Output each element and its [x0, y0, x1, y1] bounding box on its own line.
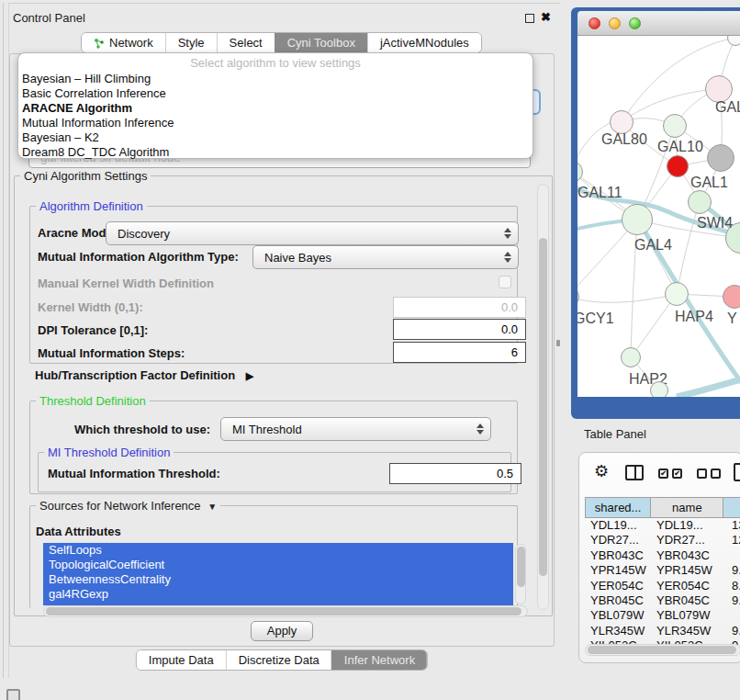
scrollbar-thumb[interactable]	[46, 607, 521, 615]
table-row[interactable]: YLR345W YLR345W 9.	[585, 624, 740, 638]
mi-algorithm-type-value: Naive Bayes	[264, 251, 331, 265]
manual-kernel-width-checkbox[interactable]	[499, 276, 511, 288]
algorithm-option[interactable]: Dream8 DC_TDC Algorithm	[18, 145, 533, 160]
tab-select[interactable]: Select	[217, 33, 275, 52]
tab-discretize-data-label: Discretize Data	[239, 653, 320, 667]
cyni-bottom-tabbar: Impute Data Discretize Data Infer Networ…	[136, 649, 428, 671]
tab-jactivemnodules[interactable]: jActiveMNodules	[367, 33, 481, 52]
network-node[interactable]	[688, 190, 712, 214]
close-icon[interactable]: ✖	[541, 10, 551, 24]
column-header-partial[interactable]	[723, 498, 740, 517]
cell-value	[724, 548, 740, 563]
mi-algorithm-type-combobox[interactable]: Naive Bayes	[252, 245, 519, 269]
tab-cyni-toolbox-label: Cyni Toolbox	[287, 36, 355, 50]
network-node[interactable]	[665, 282, 689, 306]
network-node-label: GAL10	[657, 139, 703, 155]
algorithm-option-selected[interactable]: ARACNE Algorithm	[18, 101, 533, 116]
select-all-checkbox-icon[interactable]: ✔	[658, 469, 668, 479]
stepper-icon	[504, 252, 511, 263]
sources-title[interactable]: Sources for Network Inference ▼	[36, 499, 220, 514]
dpi-tolerance-field[interactable]: 0.0	[393, 319, 526, 340]
tab-discretize-data[interactable]: Discretize Data	[226, 650, 331, 670]
splitter-handle[interactable]	[556, 340, 560, 346]
cyni-algorithm-settings-title: Cyni Algorithm Settings	[20, 169, 151, 183]
network-node[interactable]	[723, 285, 740, 309]
control-panel-title: Control Panel	[13, 11, 85, 25]
data-attributes-list[interactable]: SelfLoops TopologicalCoefficient Between…	[43, 543, 513, 605]
table-row[interactable]: YER054C YER054C 8.	[585, 579, 740, 593]
deselect-all-checkbox-icon[interactable]	[711, 469, 721, 479]
table-row[interactable]: YBL079W YBL079W	[585, 608, 740, 623]
which-threshold-combobox[interactable]: MI Threshold	[220, 417, 491, 441]
document-icon[interactable]	[734, 463, 740, 481]
tab-cyni-toolbox[interactable]: Cyni Toolbox	[275, 33, 367, 52]
attribute-list-item[interactable]: BetweennessCentrality	[43, 572, 513, 587]
attribute-list-item[interactable]: gal4RGexp	[43, 587, 513, 602]
tab-select-label: Select	[230, 36, 263, 50]
kernel-width-field[interactable]: 0.0	[393, 297, 526, 318]
aracne-mode-combobox[interactable]: Discovery	[106, 221, 519, 245]
zoom-traffic-light-icon[interactable]	[629, 17, 641, 29]
tab-impute-data[interactable]: Impute Data	[137, 650, 226, 670]
tab-style[interactable]: Style	[165, 33, 217, 52]
network-node[interactable]	[663, 114, 687, 138]
mi-threshold-field[interactable]: 0.5	[389, 463, 521, 484]
window-top-border	[9, 3, 560, 4]
table-row[interactable]: YBR045C YBR045C 9.	[585, 593, 740, 608]
cell-value: 8.	[724, 579, 740, 593]
deselect-all-checkbox-icon[interactable]	[697, 469, 707, 479]
attribute-list-item[interactable]: SelfLoops	[43, 543, 513, 558]
algorithm-definition-group: Algorithm Definition Aracne Mode: Discov…	[29, 206, 518, 364]
network-node[interactable]	[667, 155, 689, 177]
algorithm-option[interactable]: Mutual Information Inference	[18, 116, 533, 130]
tab-infer-network-label: Infer Network	[344, 653, 415, 667]
table-row[interactable]: YDR27... YDR27... 12	[585, 533, 740, 548]
select-all-checkbox-icon[interactable]: ✔	[672, 469, 682, 479]
float-window-icon[interactable]	[525, 14, 534, 23]
scrollbar-thumb[interactable]	[539, 238, 547, 576]
cell-value: 9.	[724, 624, 740, 638]
network-node[interactable]	[622, 204, 653, 235]
attribute-list-item[interactable]: TopologicalCoefficient	[43, 558, 513, 572]
tab-infer-network[interactable]: Infer Network	[331, 650, 427, 670]
close-traffic-light-icon[interactable]	[589, 17, 600, 29]
gear-icon[interactable]: ⚙	[594, 461, 609, 481]
network-node[interactable]	[650, 381, 668, 397]
network-node[interactable]	[707, 144, 734, 172]
cell-value	[724, 608, 740, 623]
tab-network[interactable]: Network	[82, 33, 165, 52]
table-panel: ⚙ ✔ ✔ shared... name YDL19... YDL19... 1…	[578, 452, 740, 663]
network-node[interactable]	[621, 347, 641, 367]
cell-shared-name: YPR145W	[585, 563, 651, 578]
apply-button[interactable]: Apply	[251, 621, 313, 641]
settings-horizontal-scrollbar[interactable]	[43, 605, 528, 617]
panel-left-border-outer	[3, 3, 4, 678]
scrollbar-thumb[interactable]	[517, 547, 525, 587]
expander-right-icon: ▶	[246, 370, 253, 381]
settings-vertical-scrollbar[interactable]	[537, 184, 549, 610]
column-divider	[634, 467, 636, 479]
scrollbar-thumb[interactable]	[588, 646, 736, 654]
which-threshold-value: MI Threshold	[232, 423, 302, 436]
algorithm-option[interactable]: Basic Correlation Inference	[18, 86, 533, 101]
columns-view-icon[interactable]	[625, 465, 644, 480]
table-row[interactable]: YPR145W YPR145W 9.	[585, 563, 740, 578]
column-header-shared-name[interactable]: shared...	[586, 498, 651, 517]
docked-panel-icon[interactable]	[6, 689, 20, 700]
algorithm-option[interactable]: Bayesian – Hill Climbing	[18, 72, 533, 86]
cell-name: YBR043C	[651, 548, 724, 563]
minimize-traffic-light-icon[interactable]	[609, 17, 621, 29]
column-header-name[interactable]: name	[651, 498, 723, 517]
hub-definition-expander[interactable]: Hub/Transcription Factor Definition ▶	[35, 368, 253, 382]
table-header-row: shared... name	[585, 497, 740, 518]
table-row[interactable]: YDL19... YDL19... 13	[585, 518, 740, 533]
attributes-scrollbar[interactable]	[515, 544, 526, 604]
network-window-titlebar[interactable]	[577, 11, 740, 36]
algorithm-option[interactable]: Bayesian – K2	[18, 130, 533, 145]
table-horizontal-scrollbar[interactable]	[585, 644, 740, 656]
table-row[interactable]: YBR043C YBR043C	[585, 548, 740, 563]
network-canvas[interactable]: GALGAL80GAL10GAL1GAL11SWI4GAL4GCY1HAP4YH…	[577, 36, 740, 397]
sources-title-label: Sources for Network Inference	[39, 499, 201, 513]
mi-steps-field[interactable]: 6	[393, 342, 526, 363]
which-threshold-label: Which threshold to use:	[74, 423, 210, 436]
